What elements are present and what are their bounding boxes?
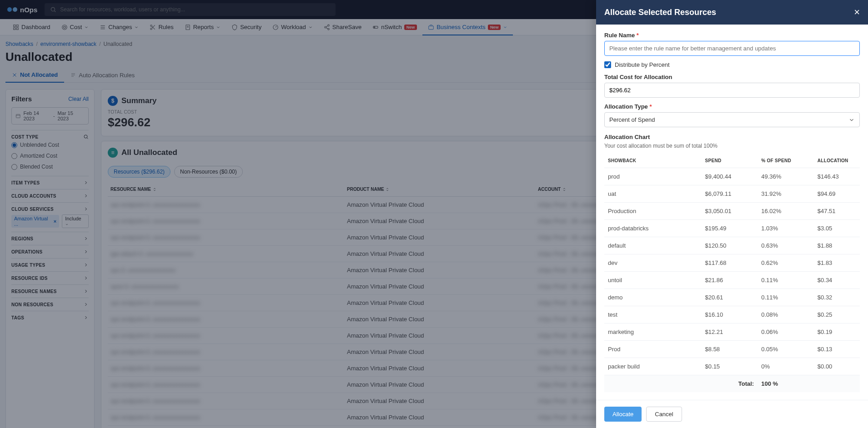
panel-title: Allocate Selected Resources bbox=[604, 8, 716, 17]
alloc-row: test$16.100.08%$0.25 bbox=[604, 306, 860, 323]
cell-pct: 0.11% bbox=[758, 272, 814, 289]
cell-showback: test bbox=[604, 306, 702, 323]
cell-showback: uat bbox=[604, 185, 702, 203]
alloc-chart-subtitle: Your cost allocation must be sum of tota… bbox=[604, 143, 860, 149]
cell-spend: $120.50 bbox=[702, 237, 758, 254]
alloc-row: prod$9,400.4449.36%$146.43 bbox=[604, 168, 860, 185]
cell-alloc: $94.69 bbox=[814, 185, 860, 203]
cell-showback: Prod bbox=[604, 341, 702, 358]
cell-pct: 16.02% bbox=[758, 203, 814, 220]
distribute-checkbox[interactable]: Distribute by Percent bbox=[604, 61, 860, 68]
cell-spend: $195.49 bbox=[702, 220, 758, 237]
alloc-row: Prod$8.580.05%$0.13 bbox=[604, 341, 860, 358]
cell-alloc: $0.32 bbox=[814, 289, 860, 306]
cell-spend: $12.21 bbox=[702, 323, 758, 341]
cell-showback: demo bbox=[604, 289, 702, 306]
cell-pct: 31.92% bbox=[758, 185, 814, 203]
cell-pct: 0.62% bbox=[758, 254, 814, 272]
allocate-panel: Allocate Selected Resources × Rule Name … bbox=[596, 0, 868, 428]
cell-alloc: $1.88 bbox=[814, 237, 860, 254]
cell-showback: dev bbox=[604, 254, 702, 272]
allocation-table: SHOWBACK SPEND % OF SPEND ALLOCATION pro… bbox=[604, 154, 860, 392]
cell-spend: $9,400.44 bbox=[702, 168, 758, 185]
cell-pct: 1.03% bbox=[758, 220, 814, 237]
cell-showback: prod bbox=[604, 168, 702, 185]
alloc-chart-title: Allocation Chart bbox=[604, 134, 860, 140]
cell-spend: $3,050.01 bbox=[702, 203, 758, 220]
cell-pct: 0.06% bbox=[758, 323, 814, 341]
cell-pct: 0.08% bbox=[758, 306, 814, 323]
alloc-row: marketing$12.210.06%$0.19 bbox=[604, 323, 860, 341]
alloc-type-label: Allocation Type * bbox=[604, 103, 860, 110]
alloc-row: dev$117.680.62%$1.83 bbox=[604, 254, 860, 272]
distribute-checkbox-input[interactable] bbox=[604, 61, 611, 68]
close-panel-button[interactable]: × bbox=[854, 7, 860, 17]
rule-name-label: Rule Name * bbox=[604, 32, 860, 39]
cell-showback: marketing bbox=[604, 323, 702, 341]
th-alloc: ALLOCATION bbox=[814, 154, 860, 168]
rule-name-input[interactable] bbox=[604, 41, 860, 56]
cell-spend: $8.58 bbox=[702, 341, 758, 358]
cell-alloc: $47.51 bbox=[814, 203, 860, 220]
alloc-row: demo$20.610.11%$0.32 bbox=[604, 289, 860, 306]
th-showback: SHOWBACK bbox=[604, 154, 702, 168]
cell-showback: default bbox=[604, 237, 702, 254]
cell-alloc: $1.83 bbox=[814, 254, 860, 272]
cell-pct: 0% bbox=[758, 358, 814, 375]
cell-spend: $20.61 bbox=[702, 289, 758, 306]
alloc-type-select[interactable]: Percent of Spend bbox=[604, 112, 860, 127]
cell-spend: $6,079.11 bbox=[702, 185, 758, 203]
cell-pct: 49.36% bbox=[758, 168, 814, 185]
chevron-down-icon bbox=[848, 117, 855, 123]
cell-showback: prod-databricks bbox=[604, 220, 702, 237]
cell-showback: packer build bbox=[604, 358, 702, 375]
alloc-row: packer build$0.150%$0.00 bbox=[604, 358, 860, 375]
alloc-row: uat$6,079.1131.92%$94.69 bbox=[604, 185, 860, 203]
total-cost-input[interactable] bbox=[604, 83, 860, 98]
allocate-button[interactable]: Allocate bbox=[604, 407, 642, 422]
cell-spend: $16.10 bbox=[702, 306, 758, 323]
cell-spend: $117.68 bbox=[702, 254, 758, 272]
alloc-row: default$120.500.63%$1.88 bbox=[604, 237, 860, 254]
cell-showback: Production bbox=[604, 203, 702, 220]
th-spend: SPEND bbox=[702, 154, 758, 168]
alloc-total-row: Total:100 % bbox=[604, 375, 860, 393]
alloc-row: Production$3,050.0116.02%$47.51 bbox=[604, 203, 860, 220]
cell-alloc: $3.05 bbox=[814, 220, 860, 237]
cell-alloc: $0.25 bbox=[814, 306, 860, 323]
cell-alloc: $0.00 bbox=[814, 358, 860, 375]
cell-alloc: $0.19 bbox=[814, 323, 860, 341]
total-cost-label: Total Cost for Allocation bbox=[604, 74, 860, 80]
cell-pct: 0.05% bbox=[758, 341, 814, 358]
cell-alloc: $0.34 bbox=[814, 272, 860, 289]
alloc-row: untoil$21.860.11%$0.34 bbox=[604, 272, 860, 289]
cell-alloc: $0.13 bbox=[814, 341, 860, 358]
cell-pct: 0.63% bbox=[758, 237, 814, 254]
cell-spend: $21.86 bbox=[702, 272, 758, 289]
cell-pct: 0.11% bbox=[758, 289, 814, 306]
cell-showback: untoil bbox=[604, 272, 702, 289]
cell-alloc: $146.43 bbox=[814, 168, 860, 185]
cancel-button[interactable]: Cancel bbox=[646, 407, 682, 422]
cell-spend: $0.15 bbox=[702, 358, 758, 375]
th-pct: % OF SPEND bbox=[758, 154, 814, 168]
alloc-row: prod-databricks$195.491.03%$3.05 bbox=[604, 220, 860, 237]
